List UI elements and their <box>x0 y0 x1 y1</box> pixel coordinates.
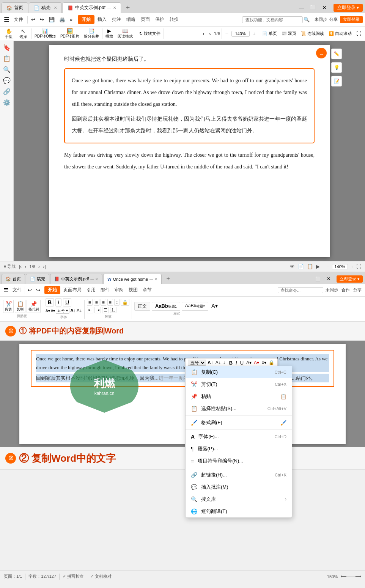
font-size-large[interactable]: A↑ <box>70 308 76 313</box>
context-menu-paste-special[interactable]: 📋 选择性粘贴(S)... Ctrl+Alt+V <box>186 402 292 415</box>
single-page-btn[interactable]: 📄 单页 <box>261 30 278 37</box>
word-file-menu[interactable]: 文件 <box>11 286 24 294</box>
page-view-btn[interactable]: 📄 <box>298 264 304 269</box>
word-tab-home[interactable]: 🏠 首页 <box>2 274 25 284</box>
align-left[interactable]: ≡ <box>87 299 93 306</box>
minimize-btn[interactable]: — <box>296 2 307 13</box>
font-size-small[interactable]: A↓ <box>77 308 82 313</box>
comment-icon[interactable]: 💬 <box>3 77 11 84</box>
context-menu-translate[interactable]: 🌐 短句翻译(T) <box>186 505 292 517</box>
word-zoom-slider[interactable]: ⟵——⟶ <box>341 574 361 579</box>
context-menu-paste[interactable]: 📌 粘贴 📋 <box>186 390 292 402</box>
zoom-status-input[interactable] <box>332 264 348 269</box>
sync-btn[interactable]: 未同步 <box>315 17 327 22</box>
outdent-btn[interactable]: ⇥ <box>94 307 101 313</box>
word-sync[interactable]: 未同步 <box>326 287 338 293</box>
cut-btn[interactable]: ✂️剪切 <box>3 300 14 313</box>
highlight-mini[interactable]: A▾ <box>245 360 252 365</box>
login-btn-top[interactable]: 立即登录 ▾ <box>334 4 363 12</box>
bold-mini[interactable]: B <box>228 360 234 366</box>
zoom-input[interactable] <box>231 31 250 37</box>
lock-btn[interactable]: 🔒 <box>121 299 129 306</box>
word-kaishi-btn[interactable]: 开始 <box>44 286 60 294</box>
word-review[interactable]: 审阅 <box>113 286 126 294</box>
indent-btn[interactable]: ⇤ <box>87 307 93 313</box>
context-menu-font[interactable]: A 字体(F)... Ctrl+D <box>186 431 292 443</box>
copy-btn[interactable]: 📋复制 <box>15 300 25 313</box>
tab-pdf-close[interactable]: ✕ <box>113 6 116 10</box>
continuous-btn[interactable]: 📜 连续阅读 <box>299 30 326 37</box>
word-tab-gaoke[interactable]: 📄 稿壳 <box>26 274 49 284</box>
align-right[interactable]: ≡ <box>101 299 106 306</box>
next-page-status[interactable]: › <box>38 264 40 269</box>
hand-tool-btn[interactable]: ✋ 手型 <box>2 27 15 41</box>
settings-icon[interactable]: ⚙️ <box>3 99 11 106</box>
align-center[interactable]: ≡ <box>94 299 99 306</box>
context-menu-library[interactable]: 🔍 搜文库 › <box>186 493 292 505</box>
context-menu-hyperlink[interactable]: 🔗 超链接(H)... Ctrl+K <box>186 469 292 481</box>
bold-btn[interactable]: B <box>46 298 54 307</box>
thumbnail-icon[interactable]: 📋 <box>3 55 11 62</box>
pdf-to-office-btn[interactable]: 📊 PDF转Office <box>33 27 57 40</box>
word-add-tab[interactable]: + <box>163 274 173 284</box>
word-page-layout[interactable]: 页面布局 <box>61 286 83 294</box>
word-view[interactable]: 视图 <box>127 286 140 294</box>
thumbnail-menu[interactable]: 缩略 <box>124 16 138 24</box>
font-color-mini[interactable]: A▾ <box>253 360 260 365</box>
paste-btn[interactable]: 📌格式刷 <box>27 300 41 313</box>
word-chapter[interactable]: 章节 <box>141 286 154 294</box>
word-tab-active-x[interactable]: ✕ <box>154 277 157 281</box>
more-styles-btn[interactable]: A▾ <box>210 302 219 311</box>
numbering-btn[interactable]: 1. <box>110 307 116 313</box>
nav-toggle[interactable]: ≡ 导航 <box>4 264 16 269</box>
font-grow-icon[interactable]: A↑ <box>207 360 214 365</box>
bookmark-icon[interactable]: 🔖 <box>3 44 11 51</box>
word-login-btn[interactable]: 立即登录 ▾ <box>337 275 363 283</box>
word-tab-active[interactable]: W Once we got home — ✕ <box>103 274 162 284</box>
insert-menu[interactable]: 插入 <box>95 16 109 24</box>
prev-page-btn[interactable]: ‹ <box>201 31 206 37</box>
auto-scroll-btn[interactable]: ⏬ 自动滚动 <box>327 30 353 37</box>
word-share[interactable]: 分享 <box>353 287 362 293</box>
line-spacing-mini[interactable]: ↕ <box>222 360 226 365</box>
restore-btn[interactable]: ⬜ <box>308 2 318 13</box>
style-normal[interactable]: 正文 <box>134 302 150 311</box>
context-menu-format[interactable]: 🖌️ 格式刷(F) 🖌️ <box>186 417 292 429</box>
word-spell-check[interactable]: ✓ 拼写检查 <box>63 574 84 579</box>
fullscreen-btn[interactable]: ⛶ <box>355 30 363 37</box>
select-tool-btn[interactable]: ↖ 选择 <box>17 27 30 41</box>
word-tab-pdf2[interactable]: 📕 中英文示例.pdf — ✕ <box>50 274 102 284</box>
next-btn-status[interactable]: ›| <box>43 264 46 269</box>
save-btn[interactable]: 💾 <box>47 16 57 23</box>
double-page-btn[interactable]: 📰 双页 <box>280 30 298 37</box>
menu-icon[interactable]: ☰ <box>2 16 11 23</box>
rotate-btn[interactable]: ↻ 旋转文件 <box>138 30 162 37</box>
tab-home[interactable]: 🏠 首页 <box>2 2 28 13</box>
word-tab-pdf-close2[interactable]: — <box>90 277 94 281</box>
search-icon-side[interactable]: 🔍 <box>3 66 11 73</box>
word-undo[interactable]: ↩ <box>26 286 33 294</box>
list-btn[interactable]: ☰ <box>102 307 109 313</box>
tab-pdf-minimize[interactable]: — <box>107 6 111 10</box>
word-doc-check[interactable]: ✓ 文档校对 <box>90 574 112 579</box>
align-mini[interactable]: ≡▾ <box>261 360 267 365</box>
pdf-tool-3[interactable]: 📝 <box>331 76 342 86</box>
italic-btn[interactable]: I <box>55 298 61 307</box>
tab-gaoke[interactable]: 📄 稿壳 ✕ <box>29 2 62 13</box>
zoom-plus-status[interactable]: + <box>351 264 353 269</box>
context-menu-cut[interactable]: ✂️ 剪切(T) Ctrl+X <box>186 378 292 390</box>
redo-btn[interactable]: ↪ <box>38 16 46 23</box>
read-mode-btn[interactable]: 📖 阅读模式 <box>116 27 134 40</box>
tab-pdf[interactable]: 📕 中英文示例.pdf — ✕ <box>63 2 121 13</box>
word-collaborate[interactable]: 合作 <box>341 287 350 293</box>
word-tab-pdf-x[interactable]: ✕ <box>95 277 98 281</box>
context-menu-comment[interactable]: 💬 插入批注(M) <box>186 481 292 493</box>
search-input-top[interactable] <box>242 16 303 23</box>
share-btn[interactable]: 分享 <box>329 17 338 22</box>
underline-btn[interactable]: U <box>63 298 71 307</box>
context-menu-copy[interactable]: 📋 复制(C) Ctrl+C <box>186 366 292 378</box>
convert-menu[interactable]: 转换 <box>167 16 181 24</box>
undo-btn[interactable]: ↩ <box>29 16 37 23</box>
zoom-out-btn[interactable]: − <box>223 31 230 37</box>
word-tab-active-close[interactable]: — <box>149 277 153 281</box>
